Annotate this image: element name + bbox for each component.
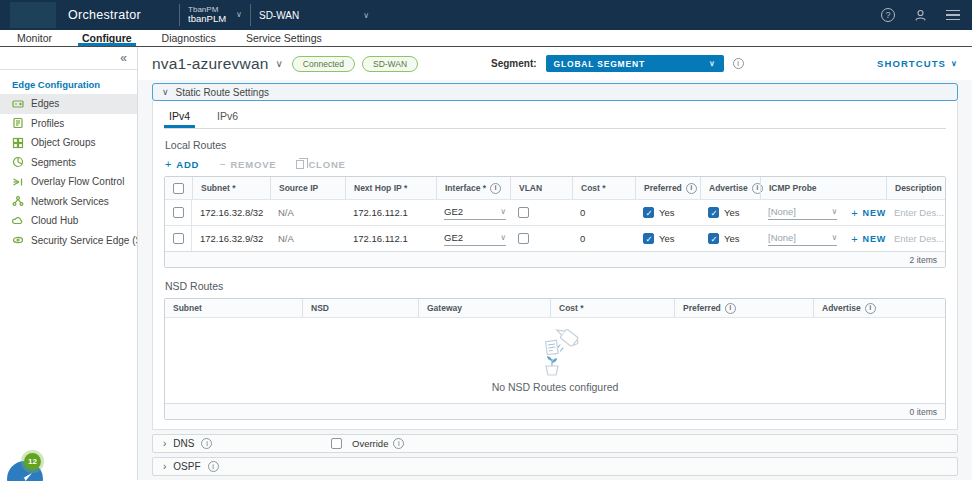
sidebar-item-profiles[interactable]: Profiles (0, 114, 137, 134)
segment-label: Segment: (491, 58, 537, 69)
interface-select[interactable]: GE2∨ (444, 206, 506, 220)
security-service-edge-icon (12, 234, 24, 246)
vlan-checkbox[interactable] (518, 233, 529, 244)
segments-icon (12, 156, 24, 168)
sidebar-item-label: Network Services (31, 196, 109, 207)
cloud-icon (12, 215, 24, 227)
scroll-area[interactable]: ∨ Static Route Settings IPv4 IPv6 Local … (138, 80, 972, 480)
local-routes-title: Local Routes (165, 139, 946, 151)
help-icon[interactable]: ? (881, 8, 895, 22)
dns-section-header[interactable]: › DNS i Override i (152, 434, 958, 453)
col-source-ip: Source IP (270, 177, 345, 199)
sidebar-item-edges[interactable]: Edges (0, 94, 137, 114)
row-checkbox[interactable] (173, 207, 184, 218)
primary-nav: Monitor Configure Diagnostics Service Se… (0, 30, 972, 47)
col-advertise: Advertise (822, 303, 861, 313)
col-interface: Interface * (445, 183, 486, 193)
select-all-checkbox[interactable] (173, 183, 184, 194)
icmp-probe-select[interactable]: [None]∨ (768, 232, 837, 246)
sidebar-collapse-icon[interactable]: « (120, 52, 127, 64)
source-ip-value: N/A (270, 200, 345, 225)
col-gateway: Gateway (418, 299, 550, 317)
section-label: OSPF (173, 461, 200, 472)
info-icon[interactable]: i (201, 438, 212, 449)
info-icon[interactable]: i (865, 303, 876, 314)
segment-select[interactable]: GLOBAL SEGMENT ∨ (546, 55, 724, 72)
dns-override-checkbox[interactable] (331, 438, 342, 449)
preferred-checkbox[interactable] (643, 233, 654, 244)
tab-monitor[interactable]: Monitor (17, 30, 52, 46)
col-subnet: Subnet * (192, 177, 270, 199)
info-icon[interactable]: i (393, 438, 404, 449)
next-hop-value: 172.16.112.1 (345, 200, 436, 225)
vlan-checkbox[interactable] (518, 207, 529, 218)
sidebar-item-label: Object Groups (31, 137, 95, 148)
new-probe-button[interactable]: +NEW (851, 233, 886, 245)
ip-version-tabs: IPv4 IPv6 (164, 110, 946, 129)
add-route-button[interactable]: + ADD (165, 158, 199, 170)
tab-ipv6[interactable]: IPv6 (217, 110, 238, 128)
clone-route-button[interactable]: CLONE (296, 158, 345, 170)
row-checkbox[interactable] (173, 233, 184, 244)
sidebar-item-segments[interactable]: Segments (0, 153, 137, 173)
advertise-checkbox[interactable] (708, 233, 719, 244)
icmp-probe-select[interactable]: [None]∨ (768, 206, 837, 220)
divider (250, 4, 251, 26)
app-title: Orchestrator (68, 8, 141, 22)
local-routes-actions: + ADD − REMOVE CLONE (164, 158, 946, 170)
sidebar-item-network-services[interactable]: Network Services (0, 192, 137, 212)
menu-icon[interactable] (946, 10, 960, 21)
description-input[interactable] (894, 233, 960, 244)
sidebar-item-label: Cloud Hub (31, 215, 78, 226)
cost-value: 0 (572, 226, 635, 251)
sidebar-item-label: Profiles (31, 118, 64, 129)
info-icon[interactable]: i (208, 461, 219, 472)
tenant-switcher[interactable]: TbanPM tbanPLM ∨ (188, 5, 242, 25)
table-header-row: Subnet * Source IP Next Hop IP * Interfa… (165, 177, 945, 199)
product-switcher[interactable]: SD-WAN ∨ (259, 10, 369, 21)
edge-name: nva1-azurevwan (152, 55, 269, 73)
info-icon[interactable]: i (686, 183, 697, 194)
sidebar-heading: Edge Configuration (0, 70, 137, 94)
info-icon[interactable]: i (725, 303, 736, 314)
chevron-down-icon: ∨ (500, 207, 506, 216)
ospf-section-header[interactable]: › OSPF i (152, 457, 958, 476)
info-icon[interactable]: i (490, 183, 501, 194)
shortcuts-button[interactable]: SHORTCUTS ∨ (877, 58, 958, 69)
tab-configure[interactable]: Configure (82, 30, 132, 46)
user-icon[interactable] (913, 8, 928, 23)
sidebar-item-overlay-flow-control[interactable]: Overlay Flow Control (0, 172, 137, 192)
description-input[interactable] (894, 207, 960, 218)
col-next-hop: Next Hop IP * (345, 177, 436, 199)
section-label: DNS (173, 438, 194, 449)
new-probe-button[interactable]: +NEW (851, 207, 886, 219)
chevron-down-icon: ∨ (832, 233, 838, 242)
remove-route-button[interactable]: − REMOVE (219, 158, 276, 170)
tab-diagnostics[interactable]: Diagnostics (162, 30, 216, 46)
sidebar-item-security-service-edge[interactable]: Security Service Edge (SS.. (0, 231, 137, 251)
chevron-down-icon[interactable]: ∨ (276, 58, 283, 69)
tenant-name: tbanPLM (188, 14, 226, 25)
static-route-settings-header[interactable]: ∨ Static Route Settings (152, 83, 958, 101)
interface-select[interactable]: GE2∨ (444, 232, 506, 246)
preferred-checkbox[interactable] (643, 207, 654, 218)
chevron-down-icon: ∨ (162, 87, 169, 97)
divider (179, 4, 180, 26)
notification-badge[interactable]: 12 (24, 453, 41, 470)
top-bar: Orchestrator TbanPM tbanPLM ∨ SD-WAN ∨ ? (0, 0, 972, 30)
table-header-row: Subnet NSD Gateway Cost * Preferredi Adv… (165, 299, 945, 317)
tab-service-settings[interactable]: Service Settings (246, 30, 322, 46)
chevron-down-icon: ∨ (500, 233, 506, 242)
clone-icon (296, 160, 304, 169)
sidebar-item-cloud-hub[interactable]: Cloud Hub (0, 211, 137, 231)
info-icon[interactable]: i (733, 58, 744, 69)
col-cost: Cost * (550, 299, 674, 317)
table-footer: 0 items (165, 403, 945, 419)
plus-icon: + (165, 158, 172, 170)
sidebar-item-object-groups[interactable]: Object Groups (0, 133, 137, 153)
advertise-checkbox[interactable] (708, 207, 719, 218)
product-name: SD-WAN (259, 10, 299, 21)
table-row: 172.16.32.8/32 N/A 172.16.112.1 GE2∨ 0 Y… (165, 199, 945, 225)
tab-ipv4[interactable]: IPv4 (169, 110, 190, 128)
chevron-down-icon: ∨ (363, 11, 369, 20)
